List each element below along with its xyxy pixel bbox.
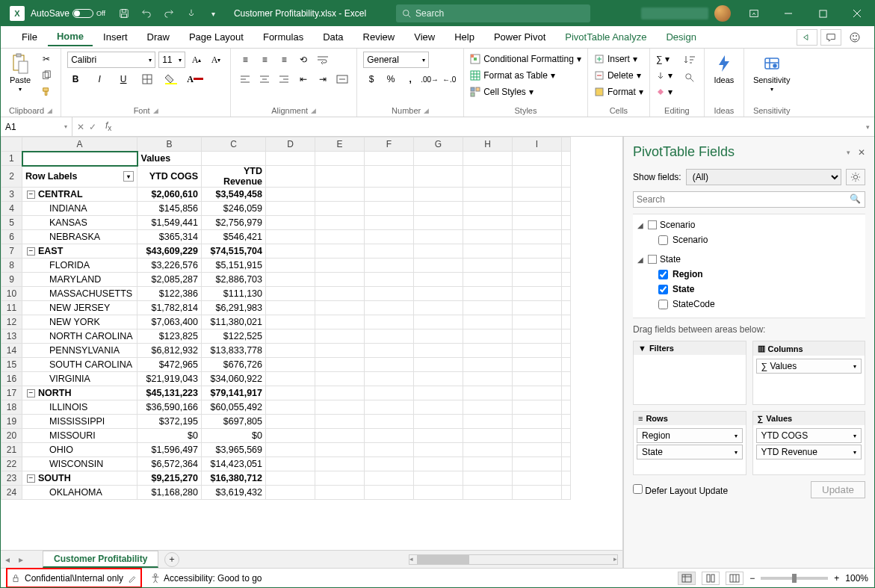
cell-A12[interactable]: NEW YORK (22, 315, 137, 329)
italic-button[interactable]: I (91, 71, 108, 87)
maximize-icon[interactable] (806, 1, 840, 26)
cell-C19[interactable]: $697,805 (202, 415, 266, 429)
cell-E23[interactable] (315, 471, 365, 486)
conditional-formatting-button[interactable]: Conditional Formatting ▾ (470, 52, 581, 66)
format-as-table-button[interactable]: Format as Table ▾ (470, 68, 581, 83)
cell-E18[interactable] (315, 400, 365, 415)
tab-help[interactable]: Help (445, 28, 483, 46)
row-header-21[interactable]: 21 (1, 443, 22, 457)
cell-E22[interactable] (315, 457, 365, 471)
borders-icon[interactable] (139, 71, 155, 87)
cell-E10[interactable] (315, 287, 365, 301)
cell-H1[interactable] (463, 152, 513, 166)
cell-F21[interactable] (365, 443, 414, 457)
cell-A6[interactable]: NEBRASKA (22, 230, 137, 244)
row-header-10[interactable]: 10 (1, 287, 22, 301)
ideas-button[interactable]: Ideas (711, 52, 738, 86)
collapse-icon[interactable]: − (27, 389, 35, 397)
cell-A16[interactable]: VIRGINIA (22, 372, 137, 386)
row-header-18[interactable]: 18 (1, 400, 22, 415)
cell-B23[interactable]: $9,215,270 (137, 471, 202, 486)
area-item-rev[interactable]: YTD Revenue▾ (756, 445, 862, 459)
cell-H10[interactable] (463, 287, 513, 301)
align-left-icon[interactable] (237, 71, 253, 87)
increase-indent-icon[interactable]: ⇥ (315, 71, 331, 87)
search-input[interactable] (415, 8, 584, 19)
col-header-C[interactable]: C (202, 137, 266, 152)
cell-G23[interactable] (414, 471, 463, 486)
cell-G20[interactable] (414, 429, 463, 443)
expand-formula-bar-icon[interactable]: ▾ (862, 123, 874, 131)
new-sheet-button[interactable]: ＋ (164, 552, 179, 567)
underline-button[interactable]: U (115, 71, 132, 87)
row-header-6[interactable]: 6 (1, 230, 22, 244)
autosum-button[interactable]: ∑ ▾ (656, 52, 673, 66)
zoom-level[interactable]: 100% (845, 573, 868, 584)
cell-E4[interactable] (315, 202, 365, 216)
cell-I20[interactable] (513, 429, 562, 443)
cell-D11[interactable] (266, 301, 315, 315)
undo-icon[interactable] (138, 5, 155, 22)
row-header-12[interactable]: 12 (1, 315, 22, 329)
cell-C6[interactable]: $546,421 (202, 230, 266, 244)
scroll-thumb[interactable] (417, 555, 469, 564)
cell-I9[interactable] (513, 273, 562, 287)
cell-H8[interactable] (463, 259, 513, 273)
area-item-values[interactable]: ∑ Values▾ (756, 359, 862, 374)
cell-H15[interactable] (463, 358, 513, 372)
cell-C17[interactable]: $79,141,917 (202, 386, 266, 400)
cell-F10[interactable] (365, 287, 414, 301)
paste-button[interactable]: Paste ▾ (7, 52, 34, 94)
cell-H24[interactable] (463, 486, 513, 500)
row-header-1[interactable]: 1 (1, 152, 22, 166)
cell-G17[interactable] (414, 386, 463, 400)
cell-G11[interactable] (414, 301, 463, 315)
cell-F18[interactable] (365, 400, 414, 415)
cell-E14[interactable] (315, 344, 365, 358)
cell-D9[interactable] (266, 273, 315, 287)
row-header-15[interactable]: 15 (1, 358, 22, 372)
cell-H19[interactable] (463, 415, 513, 429)
cell-F13[interactable] (365, 329, 414, 344)
align-center-icon[interactable] (256, 71, 273, 87)
cell-F3[interactable] (365, 188, 414, 202)
insert-cells-button[interactable]: Insert ▾ (594, 52, 643, 66)
cancel-formula-icon[interactable]: ✕ (77, 122, 84, 132)
cell-A23[interactable]: −SOUTH (22, 471, 137, 486)
area-item-state[interactable]: State▾ (637, 445, 743, 459)
cell-D21[interactable] (266, 443, 315, 457)
horizontal-scrollbar[interactable]: ◂ ▸ (409, 554, 618, 565)
row-header-24[interactable]: 24 (1, 486, 22, 500)
cell-B13[interactable]: $123,825 (137, 329, 202, 344)
cell-D7[interactable] (266, 244, 315, 259)
avatar[interactable] (714, 5, 731, 22)
sensitivity-button[interactable]: Sensitivity ▾ (750, 52, 794, 94)
cell-A11[interactable]: NEW JERSEY (22, 301, 137, 315)
cell-D13[interactable] (266, 329, 315, 344)
close-pane-icon[interactable]: ✕ (858, 147, 865, 158)
cell-I19[interactable] (513, 415, 562, 429)
tab-draw[interactable]: Draw (138, 28, 179, 46)
cell-G3[interactable] (414, 188, 463, 202)
cell-B9[interactable]: $2,085,287 (137, 273, 202, 287)
row-header-23[interactable]: 23 (1, 471, 22, 486)
cell-E6[interactable] (315, 230, 365, 244)
cell-E15[interactable] (315, 358, 365, 372)
cell-I1[interactable] (513, 152, 562, 166)
dialog-launcher-icon[interactable]: ◢ (153, 107, 158, 114)
collapse-icon[interactable]: − (27, 247, 35, 256)
name-box[interactable]: A1▾ (1, 117, 72, 136)
cell-I12[interactable] (513, 315, 562, 329)
ribbon-options-icon[interactable] (737, 1, 771, 26)
fx-icon[interactable]: fx (101, 120, 116, 132)
cell-E9[interactable] (315, 273, 365, 287)
cell-E3[interactable] (315, 188, 365, 202)
cell-I3[interactable] (513, 188, 562, 202)
cell-B3[interactable]: $2,060,610 (137, 188, 202, 202)
cell-G16[interactable] (414, 372, 463, 386)
font-name-combo[interactable]: Calibri▾ (67, 52, 155, 68)
cell-C15[interactable]: $676,726 (202, 358, 266, 372)
cell-A3[interactable]: −CENTRAL (22, 188, 137, 202)
cell-A9[interactable]: MARYLAND (22, 273, 137, 287)
cell-B20[interactable]: $0 (137, 429, 202, 443)
